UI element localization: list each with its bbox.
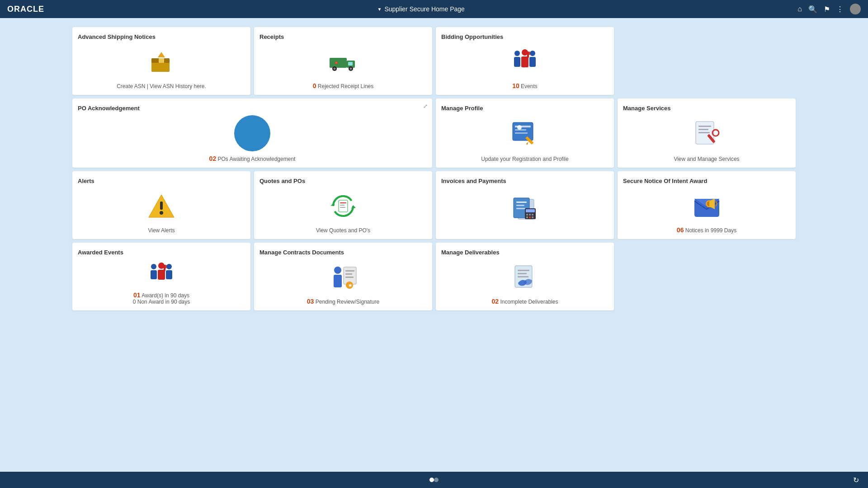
nav-icons: ⌂ 🔍 ⚑ ⋮ — [797, 4, 861, 14]
svg-marker-2 — [158, 52, 165, 57]
tile-manage-profile[interactable]: Manage Profile Update your Registration … — [436, 99, 614, 168]
svg-point-15 — [522, 49, 528, 56]
oracle-logo: ORACLE — [7, 5, 44, 14]
tile-footer-quotes: View Quotes and PO's — [259, 227, 427, 234]
tile-icon-deliverables — [441, 259, 609, 294]
more-icon[interactable]: ⋮ — [836, 5, 844, 14]
tile-footer-profile: Update your Registration and Profile — [441, 156, 609, 162]
tile-icon-contracts: ★ — [259, 259, 427, 294]
svg-rect-79 — [518, 273, 527, 274]
tile-footer-deliverables: 02 Incomplete Deliverables — [441, 298, 609, 305]
notice-count: 06 — [677, 226, 684, 234]
tile-footer-asn: Create ASN | View ASN History here. — [78, 83, 245, 89]
svg-rect-14 — [514, 57, 520, 67]
services-icon-svg — [692, 120, 722, 147]
alerts-icon-svg — [147, 192, 176, 220]
tile-title-bidding: Bidding Opportunities — [441, 33, 503, 40]
tile-manage-contracts-documents[interactable]: Manage Contracts Documents ★ 03 P — [254, 243, 432, 310]
tile-footer-receipts: 0 Rejected Receipt Lines — [259, 82, 427, 89]
svg-text:★: ★ — [348, 283, 353, 288]
po-ack-circle — [234, 115, 270, 151]
svg-rect-58 — [532, 216, 533, 218]
tile-awarded-events[interactable]: Awarded Events 01 Award(s) in 90 days 0 … — [72, 243, 250, 310]
notice-icon-svg — [692, 192, 722, 219]
svg-rect-16 — [521, 56, 528, 67]
svg-rect-70 — [334, 275, 342, 287]
tile-title-invoices: Invoices and Payments — [441, 178, 506, 184]
tile-title-awarded: Awarded Events — [78, 249, 123, 256]
svg-rect-62 — [151, 270, 157, 279]
tile-alerts[interactable]: Alerts View Alerts — [72, 171, 250, 239]
tile-footer-contracts: 03 Pending Review/Signature — [259, 298, 427, 305]
svg-point-13 — [514, 51, 520, 56]
svg-rect-29 — [698, 126, 711, 127]
svg-rect-48 — [516, 202, 527, 203]
awarded-icon-svg — [146, 260, 177, 287]
tile-footer-alerts: View Alerts — [78, 227, 245, 234]
tile-title-receipts: Receipts — [259, 33, 284, 40]
tile-icon-po-ack — [78, 115, 427, 151]
tile-icon-invoices — [441, 188, 609, 230]
tile-title-contracts: Manage Contracts Documents — [259, 249, 344, 256]
tile-invoices-and-payments[interactable]: Invoices and Payments — [436, 171, 614, 239]
svg-rect-44 — [340, 205, 344, 206]
po-ack-count: 02 — [209, 155, 217, 162]
tile-title-profile: Manage Profile — [441, 105, 483, 112]
svg-rect-65 — [164, 265, 165, 271]
svg-rect-57 — [529, 216, 531, 218]
svg-point-37 — [160, 211, 163, 215]
tile-icon-awarded — [78, 259, 245, 288]
search-icon[interactable]: 🔍 — [808, 5, 817, 14]
svg-rect-54 — [529, 214, 531, 216]
svg-rect-49 — [516, 205, 524, 206]
svg-point-12 — [336, 62, 337, 64]
asn-icon-svg — [148, 48, 175, 75]
svg-rect-20 — [529, 57, 536, 67]
pagination-dot-2[interactable] — [434, 478, 439, 482]
svg-point-61 — [151, 264, 156, 269]
svg-rect-72 — [345, 270, 354, 272]
tile-icon-profile — [441, 115, 609, 152]
tile-icon-notice — [623, 188, 790, 223]
tile-receipts[interactable]: Receipts — [254, 27, 432, 95]
svg-rect-3 — [159, 58, 164, 63]
tile-manage-services[interactable]: Manage Services View and Manage Services — [618, 99, 796, 168]
tile-footer-bidding: 10 Events — [441, 82, 609, 89]
contracts-icon-svg: ★ — [329, 263, 358, 291]
svg-rect-68 — [166, 270, 172, 279]
svg-rect-53 — [526, 214, 528, 216]
tile-icon-alerts — [78, 188, 245, 224]
svg-point-69 — [334, 267, 341, 274]
svg-marker-40 — [351, 205, 356, 209]
invoices-icon-svg — [509, 196, 541, 223]
home-icon[interactable]: ⌂ — [797, 5, 802, 13]
flag-icon[interactable]: ⚑ — [824, 5, 830, 14]
tile-icon-receipts — [259, 44, 427, 79]
tile-po-acknowledgement[interactable]: PO Acknowledgement ⤢ 02 POs Awaiting Ack… — [72, 99, 432, 168]
tile-manage-deliverables[interactable]: Manage Deliverables 02 Incomplete Delive… — [436, 243, 614, 310]
bidding-count: 10 — [512, 82, 519, 89]
refresh-button[interactable]: ↻ — [853, 476, 859, 484]
deliverables-count: 02 — [492, 298, 499, 305]
tile-grid: Advanced Shipping Notices Create ASN | V… — [72, 27, 796, 310]
svg-marker-27 — [526, 142, 528, 145]
tile-footer-po-ack: 02 POs Awaiting Acknowledgement — [78, 155, 427, 162]
tile-advanced-shipping-notices[interactable]: Advanced Shipping Notices Create ASN | V… — [72, 27, 250, 95]
expand-icon[interactable]: ⤢ — [423, 103, 428, 109]
svg-rect-6 — [348, 62, 353, 66]
tile-quotes-and-pos[interactable]: Quotes and POs View Quotes and PO's — [254, 171, 432, 239]
avatar[interactable] — [850, 4, 861, 14]
svg-rect-55 — [532, 214, 533, 216]
pagination-bar: ↻ — [0, 478, 868, 482]
profile-icon-svg — [510, 120, 540, 147]
bidding-icon-svg — [509, 48, 541, 75]
main-content: Advanced Shipping Notices Create ASN | V… — [0, 18, 868, 472]
svg-rect-23 — [515, 129, 526, 131]
tile-bidding-opportunities[interactable]: Bidding Opportunities — [436, 27, 614, 95]
svg-point-67 — [166, 264, 172, 269]
svg-rect-50 — [516, 208, 525, 209]
svg-point-34 — [714, 131, 717, 134]
pagination-dot-1[interactable] — [429, 478, 434, 482]
tile-footer-notice: 06 Notices in 9999 Days — [623, 226, 790, 234]
tile-secure-notice-of-intent-award[interactable]: Secure Notice Of Intent Award 06 — [618, 171, 796, 239]
